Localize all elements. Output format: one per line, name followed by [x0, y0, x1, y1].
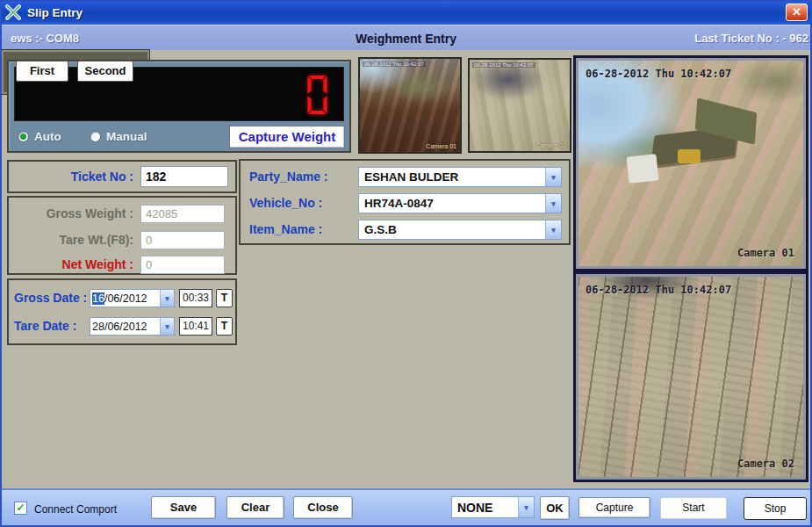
- title-bar: Slip Entry ✕: [0, 0, 812, 25]
- second-weighment-button[interactable]: Second: [77, 61, 133, 82]
- gross-time-t-button[interactable]: T: [216, 289, 233, 307]
- save-button[interactable]: Save: [151, 496, 216, 519]
- thumb2-camera-label: Camera 02: [535, 142, 566, 148]
- camera1-image: 06-28-2012 Thu 10:42:07 Camera 01: [578, 61, 803, 266]
- vehicle-no-row: Vehicle_No : HR74A-0847 ▾: [241, 193, 569, 214]
- camera1-feed: 06-28-2012 Thu 10:42:07 Camera 01: [573, 55, 808, 271]
- connect-comport-label: Connect Comport: [34, 503, 117, 516]
- last-ticket-no: Last Ticket No : - 962: [694, 32, 808, 45]
- ticket-panel: Ticket No :: [7, 160, 237, 193]
- window-title: Slip Entry: [27, 6, 83, 19]
- camera1-timestamp: 06-28-2012 Thu 10:42:07: [586, 68, 731, 80]
- tare-date-picker[interactable]: 28/06/2012 ▾: [90, 317, 175, 336]
- camera1-thumbnail[interactable]: 06-28-2012 Thu 10:42:07 Camera 01: [358, 57, 462, 154]
- camera2-thumbnail[interactable]: 06-28-2012 Thu 10:42:07 Camera 02: [468, 58, 571, 153]
- weights-panel: Gross Weight : Tare Wt.(F8): Net Weight …: [7, 196, 237, 275]
- item-name-value: G.S.B: [359, 223, 545, 236]
- ticket-no-input[interactable]: [140, 166, 228, 187]
- close-button[interactable]: Close: [293, 496, 353, 519]
- net-weight-input[interactable]: [140, 256, 225, 274]
- first-weighment-button[interactable]: First: [16, 61, 68, 82]
- vehicle-no-combo[interactable]: HR74A-0847 ▾: [358, 193, 562, 213]
- camera2-label: Camera 02: [737, 458, 794, 470]
- stop-button[interactable]: Stop: [744, 497, 807, 520]
- camera-select-combo[interactable]: NONE ▾: [451, 496, 535, 518]
- page-title: Weighment Entry: [0, 32, 812, 46]
- item-name-row: Item_Name : G.S.B ▾: [241, 220, 569, 241]
- camera2-thumbnail-image: [470, 60, 570, 151]
- gross-date-label: Gross Date :: [14, 291, 87, 305]
- app-icon: [5, 4, 21, 20]
- manual-radio-icon: [90, 131, 101, 142]
- gross-date-row: Gross Date : 16/06/2012 ▾ 00:33 T: [9, 288, 235, 307]
- party-name-value: ESHAN BULDER: [359, 170, 545, 184]
- auto-radio-icon: [18, 131, 29, 142]
- party-name-label: Party_Name :: [249, 170, 328, 184]
- camera1-label: Camera 01: [737, 247, 794, 259]
- tare-weight-input[interactable]: [140, 231, 225, 249]
- tare-weight-label: Tare Wt.(F8):: [9, 233, 133, 247]
- loader-shape: [678, 149, 701, 163]
- capture-button[interactable]: Capture: [578, 497, 650, 518]
- net-weight-label: Net Weight :: [9, 257, 133, 271]
- close-window-button[interactable]: ✕: [786, 4, 808, 21]
- camera1-thumbnail-image: [360, 59, 460, 152]
- scale-controls: Auto Manual Capture Weight: [9, 123, 349, 151]
- gross-date-picker[interactable]: 16/06/2012 ▾: [90, 289, 175, 307]
- manual-radio-label: Manual: [106, 130, 147, 143]
- camera2-image: 06-28-2012 Thu 10:42:07 Camera 02: [578, 277, 803, 477]
- tare-time-field[interactable]: 10:41: [179, 317, 212, 336]
- vehicle-dropdown-icon[interactable]: ▾: [545, 194, 561, 213]
- party-name-row: Party_Name : ESHAN BULDER ▾: [241, 167, 569, 188]
- party-dropdown-icon[interactable]: ▾: [545, 168, 561, 186]
- ticket-no-label: Ticket No :: [9, 170, 133, 184]
- connect-comport-checkbox[interactable]: ✓: [14, 502, 27, 515]
- camera2-feed: 06-28-2012 Thu 10:42:07 Camera 02: [573, 271, 808, 482]
- dates-panel: Gross Date : 16/06/2012 ▾ 00:33 T Tare D…: [7, 278, 237, 345]
- slip-entry-window: Slip Entry ✕ ews :- COM8 Weighment Entry…: [0, 0, 812, 527]
- gross-weight-label: Gross Weight :: [9, 206, 133, 220]
- gross-date-value: 16/06/2012: [90, 292, 160, 305]
- item-name-label: Item_Name :: [249, 222, 322, 236]
- gross-date-dropdown-icon[interactable]: ▾: [160, 290, 174, 307]
- ok-button[interactable]: OK: [540, 496, 570, 520]
- clear-button[interactable]: Clear: [226, 496, 284, 519]
- tare-date-dropdown-icon[interactable]: ▾: [160, 318, 174, 335]
- auto-radio-label: Auto: [34, 130, 61, 143]
- item-name-combo[interactable]: G.S.B ▾: [358, 220, 562, 240]
- tare-date-label: Tare Date :: [14, 319, 76, 333]
- party-name-combo[interactable]: ESHAN BULDER ▾: [358, 167, 562, 187]
- tare-time-t-button[interactable]: T: [216, 317, 233, 336]
- start-button[interactable]: Start: [660, 497, 727, 519]
- led-digit-zero-icon: [305, 75, 329, 115]
- tare-weight-row: Tare Wt.(F8):: [9, 231, 235, 250]
- item-dropdown-icon[interactable]: ▾: [545, 220, 561, 239]
- vehicle-no-value: HR74A-0847: [359, 197, 545, 210]
- manual-radio[interactable]: Manual: [90, 130, 147, 143]
- gross-date-day-selected: 16: [92, 292, 104, 305]
- tare-date-value: 28/06/2012: [90, 321, 160, 333]
- thumb1-camera-label: Camera 01: [426, 143, 456, 149]
- main-area: Auto Manual Capture Weight 06-28-2012 Th…: [2, 50, 810, 488]
- net-weight-row: Net Weight :: [9, 256, 235, 275]
- auto-radio[interactable]: Auto: [18, 130, 61, 143]
- camera-select-dropdown-icon[interactable]: ▾: [518, 497, 534, 517]
- party-panel: Party_Name : ESHAN BULDER ▾ Vehicle_No :…: [239, 159, 571, 245]
- header-bar: ews :- COM8 Weighment Entry Last Ticket …: [0, 25, 812, 52]
- thumb1-timestamp: 06-28-2012 Thu 10:42:07: [363, 61, 426, 67]
- camera2-timestamp: 06-28-2012 Thu 10:42:07: [586, 284, 731, 296]
- thumb2-timestamp: 06-28-2012 Thu 10:42:07: [472, 62, 535, 68]
- capture-weight-button[interactable]: Capture Weight: [229, 126, 345, 148]
- gross-time-field[interactable]: 00:33: [179, 289, 212, 307]
- truck-cab-shape: [627, 154, 659, 183]
- vehicle-no-label: Vehicle_No :: [249, 196, 322, 210]
- footer-bar: ✓ Connect Comport Save Clear Close NONE …: [2, 488, 810, 525]
- camera-select-value: NONE: [452, 501, 518, 515]
- gross-weight-input[interactable]: [140, 205, 225, 223]
- gross-weight-row: Gross Weight :: [9, 205, 235, 224]
- tare-date-row: Tare Date : 28/06/2012 ▾ 10:41 T: [9, 316, 235, 336]
- gross-date-rest: /06/2012: [104, 292, 147, 305]
